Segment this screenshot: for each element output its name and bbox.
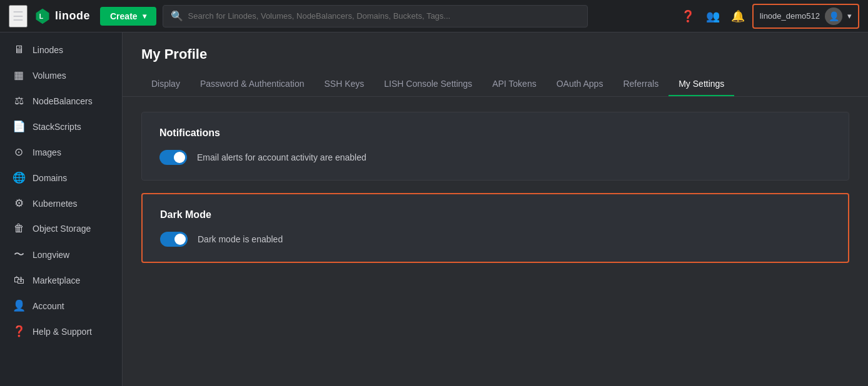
sidebar-item-label: Help & Support (33, 327, 92, 337)
account-icon: 👤 (13, 299, 25, 312)
volumes-icon: ▦ (13, 69, 25, 82)
sidebar-item-label: Domains (33, 173, 67, 183)
dark-mode-section: Dark Mode Dark mode is enabled (141, 193, 849, 263)
tab-display[interactable]: Display (141, 72, 190, 96)
content-area: My Profile Display Password & Authentica… (123, 32, 868, 386)
community-icon-button[interactable]: 👥 (702, 6, 724, 27)
sidebar-item-nodebalancers[interactable]: ⚖ NodeBalancers (0, 88, 122, 114)
nodebalancers-icon: ⚖ (13, 94, 25, 107)
notifications-section: Notifications Email alerts for account a… (141, 112, 849, 181)
linode-logo-icon: L (34, 7, 51, 25)
sidebar: 🖥 Linodes ▦ Volumes ⚖ NodeBalancers 📄 St… (0, 32, 123, 386)
notifications-toggle[interactable] (159, 150, 187, 165)
content-header: My Profile (123, 32, 868, 72)
hamburger-menu-button[interactable]: ☰ (9, 5, 28, 27)
top-navigation: ☰ L linode Create ▾ 🔍 ❓ 👥 🔔 linode_demo5… (0, 0, 868, 32)
longview-icon: 〜 (13, 247, 25, 262)
sidebar-item-object-storage[interactable]: 🗑 Object Storage (0, 216, 122, 241)
sidebar-item-linodes[interactable]: 🖥 Linodes (0, 37, 122, 62)
main-layout: 🖥 Linodes ▦ Volumes ⚖ NodeBalancers 📄 St… (0, 32, 868, 386)
create-button[interactable]: Create ▾ (100, 7, 156, 26)
sidebar-item-kubernetes[interactable]: ⚙ Kubernetes (0, 191, 122, 216)
sidebar-item-label: StackScripts (33, 122, 81, 132)
sidebar-item-label: NodeBalancers (33, 96, 93, 106)
page-title: My Profile (141, 46, 849, 62)
linodes-icon: 🖥 (13, 44, 25, 56)
user-menu-caret-icon: ▾ (847, 11, 852, 21)
sidebar-item-label: Object Storage (33, 224, 91, 234)
tab-password-authentication[interactable]: Password & Authentication (190, 72, 315, 96)
svg-text:L: L (39, 12, 44, 20)
sidebar-item-volumes[interactable]: ▦ Volumes (0, 62, 122, 88)
sidebar-item-longview[interactable]: 〜 Longview (0, 241, 122, 268)
user-avatar: 👤 (825, 7, 842, 25)
dark-mode-title: Dark Mode (160, 209, 830, 220)
notifications-toggle-label: Email alerts for account activity are en… (197, 152, 366, 162)
sidebar-item-label: Images (33, 147, 61, 157)
tab-my-settings[interactable]: My Settings (669, 72, 734, 96)
sidebar-item-label: Kubernetes (33, 199, 78, 209)
images-icon: ⊙ (13, 146, 25, 159)
tab-referrals[interactable]: Referrals (613, 72, 669, 96)
search-icon: 🔍 (171, 10, 183, 22)
tab-lish[interactable]: LISH Console Settings (374, 72, 482, 96)
nav-icons: ❓ 👥 🔔 linode_demo512 👤 ▾ (677, 4, 859, 29)
stackscripts-icon: 📄 (13, 120, 25, 133)
notifications-title: Notifications (159, 127, 831, 139)
logo-text: linode (55, 9, 90, 22)
sidebar-item-domains[interactable]: 🌐 Domains (0, 165, 122, 191)
sidebar-item-label: Linodes (33, 45, 63, 55)
sidebar-item-account[interactable]: 👤 Account (0, 293, 122, 319)
create-button-label: Create (110, 11, 138, 21)
content-body: Notifications Email alerts for account a… (123, 97, 868, 386)
sidebar-item-label: Marketplace (33, 275, 80, 285)
domains-icon: 🌐 (13, 171, 25, 184)
object-storage-icon: 🗑 (13, 222, 25, 235)
dark-mode-toggle-row: Dark mode is enabled (160, 232, 830, 247)
help-icon: ❓ (13, 325, 25, 338)
search-input[interactable] (188, 11, 580, 21)
tabs-bar: Display Password & Authentication SSH Ke… (123, 72, 868, 97)
sidebar-item-images[interactable]: ⊙ Images (0, 139, 122, 165)
sidebar-item-help[interactable]: ❓ Help & Support (0, 319, 122, 344)
sidebar-item-stackscripts[interactable]: 📄 StackScripts (0, 114, 122, 139)
tab-ssh-keys[interactable]: SSH Keys (314, 72, 374, 96)
dark-mode-toggle[interactable] (160, 232, 188, 247)
marketplace-icon: 🛍 (13, 274, 25, 287)
logo: L linode (34, 7, 90, 25)
sidebar-item-label: Account (33, 301, 64, 311)
notifications-icon-button[interactable]: 🔔 (727, 6, 749, 27)
search-bar: 🔍 (163, 5, 588, 27)
help-icon-button[interactable]: ❓ (677, 6, 699, 27)
user-menu[interactable]: linode_demo512 👤 ▾ (752, 4, 859, 29)
username-label: linode_demo512 (760, 11, 820, 21)
sidebar-item-marketplace[interactable]: 🛍 Marketplace (0, 268, 122, 293)
tab-api-tokens[interactable]: API Tokens (482, 72, 547, 96)
notifications-toggle-row: Email alerts for account activity are en… (159, 150, 831, 165)
dark-mode-toggle-label: Dark mode is enabled (198, 234, 283, 244)
create-caret-icon: ▾ (143, 12, 146, 21)
kubernetes-icon: ⚙ (13, 197, 25, 210)
sidebar-item-label: Volumes (33, 71, 66, 81)
sidebar-item-label: Longview (33, 250, 69, 260)
tab-oauth-apps[interactable]: OAuth Apps (547, 72, 613, 96)
